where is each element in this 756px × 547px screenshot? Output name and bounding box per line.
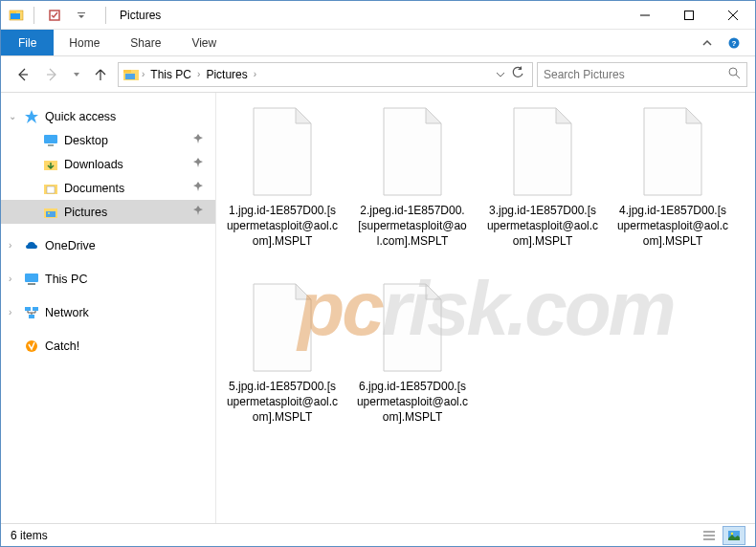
watermark: pcrisk.com bbox=[298, 265, 673, 353]
chevron-right-icon[interactable]: › bbox=[9, 307, 11, 317]
file-name: 2.jpeg.id-1E857D00.[supermetasploit@aol.… bbox=[356, 203, 469, 250]
network-icon bbox=[24, 305, 39, 320]
svg-rect-15 bbox=[125, 74, 135, 79]
window-title: Pictures bbox=[120, 9, 161, 22]
minimize-button[interactable] bbox=[623, 1, 667, 30]
svg-rect-28 bbox=[25, 307, 31, 311]
file-item[interactable]: 1.jpg.id-1E857D00.[supermetasploit@aol.c… bbox=[226, 106, 339, 250]
sidebar-item-label: This PC bbox=[45, 273, 87, 286]
breadcrumb-item[interactable]: Pictures bbox=[202, 66, 251, 83]
window-controls bbox=[623, 1, 755, 30]
chevron-right-icon[interactable]: › bbox=[9, 274, 11, 284]
breadcrumb-item[interactable]: This PC bbox=[146, 66, 195, 83]
svg-rect-14 bbox=[123, 70, 131, 73]
chevron-down-icon[interactable]: ⌄ bbox=[9, 111, 16, 121]
forward-button[interactable] bbox=[39, 61, 66, 88]
file-item[interactable]: 4.jpg.id-1E857D00.[supermetasploit@aol.c… bbox=[616, 106, 729, 250]
chevron-right-icon[interactable]: › bbox=[142, 69, 145, 79]
tab-share[interactable]: Share bbox=[115, 30, 176, 55]
back-button[interactable] bbox=[9, 61, 35, 88]
ribbon-tabs: File Home Share View ? bbox=[1, 30, 755, 56]
ribbon-expand-button[interactable] bbox=[696, 32, 719, 55]
pin-icon bbox=[192, 157, 204, 171]
separator bbox=[33, 7, 34, 24]
chevron-right-icon[interactable]: › bbox=[254, 69, 256, 79]
pin-icon bbox=[192, 181, 204, 195]
sidebar-item-desktop[interactable]: Desktop bbox=[1, 128, 215, 152]
svg-rect-1 bbox=[10, 11, 16, 13]
up-button[interactable] bbox=[87, 61, 114, 88]
title-bar-left: Pictures bbox=[1, 5, 161, 26]
sidebar-item-label: Desktop bbox=[64, 134, 108, 147]
sidebar-item-downloads[interactable]: Downloads bbox=[1, 152, 215, 176]
view-switcher bbox=[698, 526, 745, 545]
file-tab[interactable]: File bbox=[1, 30, 54, 55]
help-button[interactable]: ? bbox=[723, 32, 745, 55]
maximize-button[interactable] bbox=[667, 1, 711, 30]
sidebar-item-onedrive[interactable]: › OneDrive bbox=[1, 233, 215, 257]
svg-point-16 bbox=[729, 68, 737, 76]
item-count: 6 items bbox=[11, 529, 48, 542]
file-item[interactable]: 6.jpg.id-1E857D00.[supermetasploit@aol.c… bbox=[356, 282, 469, 426]
blank-file-icon bbox=[374, 106, 451, 197]
svg-rect-18 bbox=[44, 135, 57, 143]
sidebar-quick-access[interactable]: ⌄ Quick access bbox=[1, 104, 215, 128]
address-bar[interactable]: › This PC › Pictures › bbox=[118, 62, 533, 87]
quick-access-group: ⌄ Quick access Desktop Downloads Documen… bbox=[1, 104, 215, 224]
status-bar: 6 items bbox=[1, 523, 755, 546]
address-dropdown-button[interactable] bbox=[496, 66, 505, 83]
pin-icon bbox=[192, 205, 204, 219]
explorer-icon bbox=[9, 8, 24, 23]
svg-line-17 bbox=[736, 75, 740, 78]
title-bar: Pictures bbox=[1, 1, 755, 30]
large-icons-view-button[interactable] bbox=[723, 526, 745, 545]
qat-dropdown-button[interactable] bbox=[71, 5, 92, 26]
file-name: 1.jpg.id-1E857D00.[supermetasploit@aol.c… bbox=[226, 203, 339, 250]
downloads-icon bbox=[43, 157, 58, 172]
file-list[interactable]: pcrisk.com 1.jpg.id-1E857D00.[supermetas… bbox=[216, 93, 755, 525]
documents-icon bbox=[43, 181, 58, 196]
svg-text:?: ? bbox=[732, 39, 737, 48]
body: ⌄ Quick access Desktop Downloads Documen… bbox=[1, 93, 755, 525]
blank-file-icon bbox=[244, 282, 321, 373]
separator bbox=[105, 7, 106, 24]
blank-file-icon bbox=[504, 106, 581, 197]
svg-rect-22 bbox=[47, 186, 55, 193]
sidebar-item-documents[interactable]: Documents bbox=[1, 176, 215, 200]
recent-dropdown-button[interactable] bbox=[70, 61, 83, 88]
sidebar-item-catch[interactable]: Catch! bbox=[1, 334, 215, 358]
chevron-right-icon[interactable]: › bbox=[9, 240, 11, 251]
desktop-icon bbox=[43, 133, 58, 148]
file-name: 6.jpg.id-1E857D00.[supermetasploit@aol.c… bbox=[356, 379, 469, 426]
pictures-icon bbox=[43, 205, 58, 220]
search-box[interactable] bbox=[537, 62, 747, 87]
star-icon bbox=[24, 109, 39, 124]
sidebar-item-thispc[interactable]: › This PC bbox=[1, 267, 215, 291]
navigation-pane[interactable]: ⌄ Quick access Desktop Downloads Documen… bbox=[1, 93, 216, 525]
svg-rect-6 bbox=[685, 11, 694, 19]
file-item[interactable]: 3.jpg.id-1E857D00.[supermetasploit@aol.c… bbox=[486, 106, 599, 250]
file-item[interactable]: 5.jpg.id-1E857D00.[supermetasploit@aol.c… bbox=[226, 282, 339, 426]
sidebar-item-network[interactable]: › Network bbox=[1, 300, 215, 324]
catch-icon bbox=[24, 339, 39, 354]
refresh-button[interactable] bbox=[511, 66, 524, 83]
sidebar-item-pictures[interactable]: Pictures bbox=[1, 200, 215, 224]
tab-home[interactable]: Home bbox=[54, 30, 115, 55]
svg-rect-30 bbox=[29, 315, 34, 318]
chevron-right-icon[interactable]: › bbox=[197, 69, 200, 79]
details-view-button[interactable] bbox=[698, 526, 721, 545]
search-icon[interactable] bbox=[727, 66, 741, 83]
file-name: 3.jpg.id-1E857D00.[supermetasploit@aol.c… bbox=[486, 203, 599, 250]
sidebar-item-label: Network bbox=[45, 306, 89, 319]
onedrive-icon bbox=[24, 238, 39, 253]
address-right bbox=[496, 66, 528, 83]
sidebar-item-label: Downloads bbox=[64, 158, 123, 171]
sidebar-item-label: OneDrive bbox=[45, 239, 96, 252]
close-button[interactable] bbox=[711, 1, 755, 30]
file-item[interactable]: 2.jpeg.id-1E857D00.[supermetasploit@aol.… bbox=[356, 106, 469, 250]
search-input[interactable] bbox=[544, 68, 727, 81]
sidebar-item-label: Catch! bbox=[45, 339, 79, 353]
qat-properties-button[interactable] bbox=[44, 5, 65, 26]
blank-file-icon bbox=[634, 106, 711, 197]
tab-view[interactable]: View bbox=[176, 30, 232, 55]
